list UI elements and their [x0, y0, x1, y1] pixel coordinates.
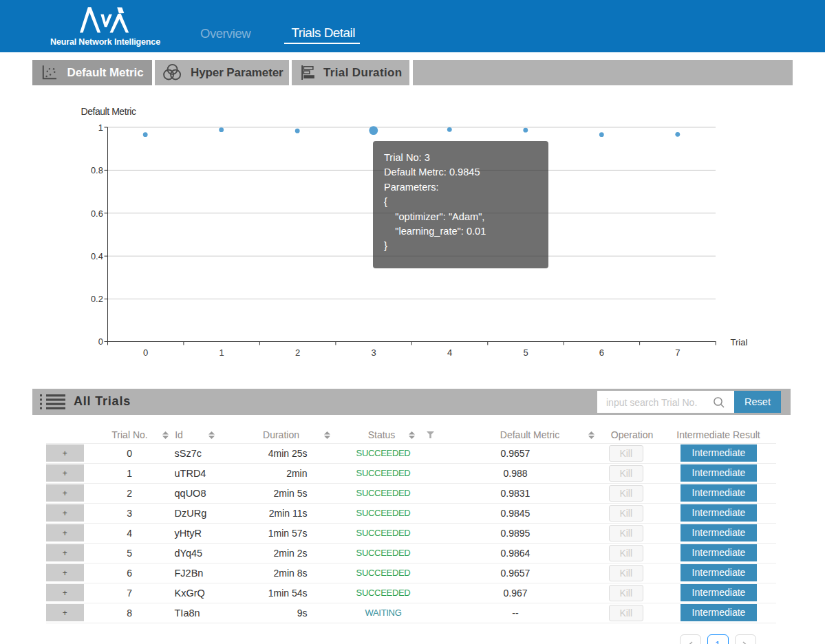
- svg-text:3: 3: [371, 347, 376, 358]
- svg-text:7: 7: [675, 347, 680, 358]
- svg-text:5: 5: [523, 347, 528, 358]
- svg-text:6: 6: [599, 347, 604, 358]
- svg-text:0.4: 0.4: [91, 251, 103, 261]
- svg-text:0.8: 0.8: [91, 165, 103, 175]
- svg-text:2: 2: [295, 347, 300, 358]
- svg-text:Trial: Trial: [731, 337, 748, 347]
- svg-text:Default Metric: Default Metric: [81, 106, 137, 117]
- svg-text:1: 1: [219, 347, 224, 358]
- svg-text:0.2: 0.2: [91, 294, 103, 304]
- svg-text:0: 0: [98, 336, 103, 347]
- svg-text:4: 4: [447, 347, 452, 358]
- svg-text:0: 0: [143, 347, 148, 358]
- svg-text:0.6: 0.6: [91, 208, 103, 219]
- svg-text:1: 1: [98, 122, 103, 133]
